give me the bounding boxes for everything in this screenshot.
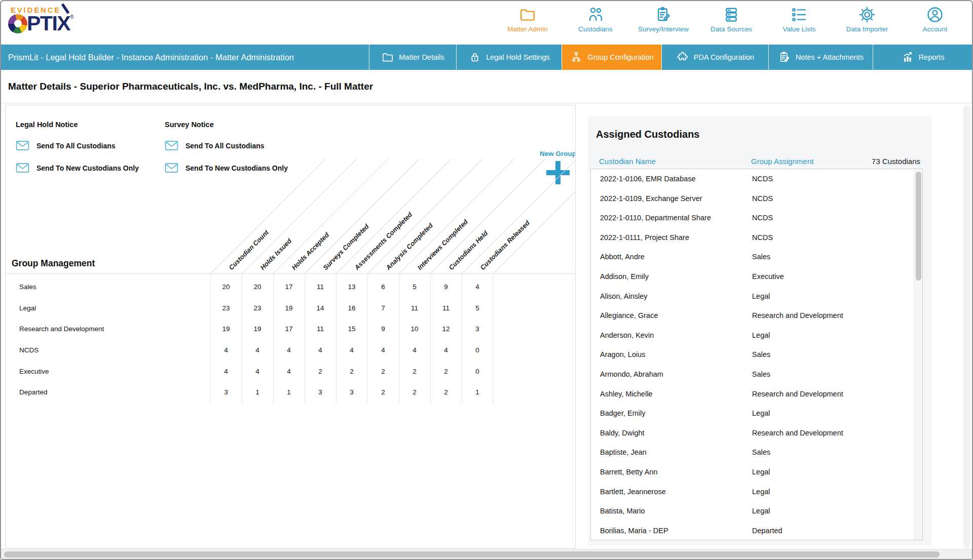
custodian-row[interactable]: Bartlett, JeanneroseLegal [591,482,922,502]
group-row-research-and-development[interactable]: Research and Development1919171115910123 [6,318,575,340]
nav-item-data-sources[interactable]: Data Sources [697,6,765,33]
group-value: 2 [399,361,430,382]
custodian-group: Legal [752,482,770,502]
group-row-departed[interactable]: Departed311332221 [6,382,575,403]
horizontal-scrollbar[interactable] [1,549,972,559]
group-row-executive[interactable]: Executive444222220 [6,361,575,382]
group-name: NCDS [19,346,39,354]
vertical-scrollbar-track[interactable] [963,105,970,548]
custodians-icon [586,6,605,24]
lock-icon [468,51,481,64]
custodian-row[interactable]: Batista, MarioLegal [591,501,922,521]
group-value: 3 [305,382,336,403]
custodian-row[interactable]: 2022-1-0111, Project ShareNCDS [591,228,922,248]
custodian-row[interactable]: Baldy, DwightResearch and Development [591,423,922,443]
custodian-row[interactable]: 2022-1-0106, EMR DatabaseNCDS [591,169,922,189]
group-value: 11 [305,318,336,340]
custodian-name: Batista, Mario [600,501,645,521]
group-row-ncds[interactable]: NCDS444444440 [6,340,575,361]
custodian-row[interactable]: 2022-1-0109, Exchange ServerNCDS [591,189,922,209]
custodian-name-column-header[interactable]: Custodian Name [599,157,656,166]
group-value: 19 [210,318,242,340]
nav-item-matter-admin[interactable]: Matter Admin [494,6,562,33]
survey-send-all[interactable]: Send To All Custodians [165,140,288,151]
tab-reports[interactable]: Reports [873,45,972,70]
tab-pda-configuration[interactable]: PDA Configuration [661,45,768,70]
folder-tab-icon [381,51,394,64]
custodian-row[interactable]: Aragon, LoiusSales [591,345,922,365]
custodian-row[interactable]: Barrett, Betty AnnLegal [591,462,922,482]
custodian-row[interactable]: Allegiance, GraceResearch and Developmen… [591,306,922,326]
custodian-name: Alison, Ainsley [600,287,648,306]
puzzle-icon [676,51,689,64]
envelope-icon [16,140,29,151]
group-row-sales[interactable]: Sales20201711136594 [6,276,575,298]
group-value: 1 [273,382,305,403]
tab-matter-details[interactable]: Matter Details [369,45,456,70]
group-name: Departed [19,388,48,396]
group-value: 4 [242,340,273,361]
logo-optix-text: PTIX [27,13,70,34]
survey-notice-title: Survey Notice [165,121,288,129]
group-value: 0 [462,340,493,361]
group-assignment-column-header[interactable]: Group Assignment [751,157,813,166]
custodian-row[interactable]: Badger, EmilyLegal [591,404,922,423]
nav-item-label: Data Sources [710,25,752,33]
group-value: 14 [305,298,336,319]
tab-notes-attachments[interactable]: Notes + Attachments [768,45,873,70]
legal-hold-send-all[interactable]: Send To All Custodians [16,140,139,151]
custodian-row[interactable]: Ashley, MichelleResearch and Development [591,384,922,404]
custodian-group: Research and Development [752,306,843,326]
custodian-scrollbar-track[interactable] [914,169,922,540]
tab-group-configuration[interactable]: Group Configuration [562,45,661,70]
custodian-name: Baldy, Dwight [600,423,645,443]
custodian-row[interactable]: Abbott, AndreSales [591,247,922,267]
horizontal-scrollbar-thumb[interactable] [4,551,940,557]
custodian-row[interactable]: Addison, EmilyExecutive [591,267,922,287]
custodian-scrollbar-thumb[interactable] [916,172,921,281]
custodian-group: Research and Development [752,423,843,443]
reports-icon [901,51,914,64]
tab-legal-hold-settings[interactable]: Legal Hold Settings [456,45,562,70]
custodian-row[interactable]: 2022-1-0110, Departmental ShareNCDS [591,208,922,228]
custodian-list: 2022-1-0106, EMR DatabaseNCDS2022-1-0109… [590,169,923,540]
nav-item-data-importer[interactable]: Data Importer [833,6,901,33]
nav-item-custodians[interactable]: Custodians [562,6,629,33]
survey-send-new[interactable]: Send To New Custodians Only [165,163,288,173]
nav-item-label: Value Lists [782,25,815,33]
custodian-row[interactable]: Borilias, Maria - DEPDeparted [591,521,922,540]
nav-item-account[interactable]: Account [901,6,969,33]
group-icon [570,51,583,64]
custodian-list-header: Custodian Name Group Assignment 73 Custo… [588,157,931,166]
legal-hold-send-new[interactable]: Send To New Custodians Only [16,163,139,173]
group-value: 11 [399,298,430,319]
group-value: 2 [430,361,462,382]
custodian-row[interactable]: Armondo, AbrahamSales [591,365,922,384]
nav-item-label: Survey/Interview [638,25,689,33]
group-value: 4 [273,361,305,382]
custodian-row[interactable]: Alison, AinsleyLegal [591,287,922,306]
nav-item-value-lists[interactable]: Value Lists [765,6,833,33]
group-value: 2 [336,361,367,382]
custodian-group: Research and Development [752,384,843,404]
custodian-name: Badger, Emily [600,404,645,423]
custodian-name: 2022-1-0106, EMR Database [600,169,696,189]
envelope-icon [165,163,178,173]
group-value: 4 [210,361,242,382]
custodian-name: 2022-1-0110, Departmental Share [600,208,711,228]
page-title: Matter Details - Superior Pharmaceutical… [8,81,373,92]
custodian-group: Sales [752,247,770,267]
send-new-label: Send To New Custodians Only [185,164,288,172]
custodian-row[interactable]: Baptiste, JeanSales [591,443,922,462]
group-value: 3 [462,318,493,340]
group-value: 4 [305,340,336,361]
group-row-legal[interactable]: Legal2323191416711115 [6,298,575,319]
nav-item-survey-interview[interactable]: Survey/Interview [629,6,697,33]
group-value: 2 [367,382,399,403]
group-value: 1 [462,382,493,403]
group-management-title: Group Management [12,258,95,269]
group-value: 11 [430,298,462,319]
custodian-group: NCDS [752,228,773,248]
group-value: 11 [305,276,336,298]
custodian-row[interactable]: Anderson, KevinLegal [591,326,922,345]
